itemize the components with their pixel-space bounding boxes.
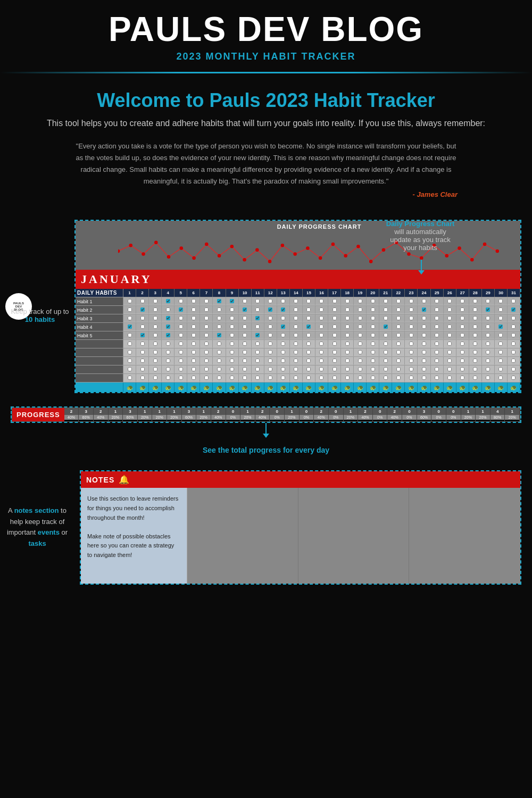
habit-3-day-2[interactable] [136, 314, 149, 322]
empty-habit-3-day-8[interactable] [213, 357, 226, 365]
checkbox-empty-5-day-28[interactable] [473, 376, 477, 380]
empty-habit-4-day-5[interactable] [174, 365, 187, 373]
checkbox-habit-2-day-18[interactable] [345, 307, 350, 312]
habit-2-day-10[interactable] [239, 306, 252, 314]
habit-2-day-11[interactable] [252, 306, 264, 314]
empty-habit-4-day-26[interactable] [444, 365, 456, 373]
checkbox-empty-5-day-30[interactable] [498, 376, 503, 380]
checkbox-empty-4-day-30[interactable] [498, 367, 503, 371]
empty-habit-5-day-22[interactable] [392, 374, 405, 382]
checkbox-empty-2-day-4[interactable] [166, 350, 170, 354]
empty-habit-5-day-9[interactable] [226, 374, 239, 382]
checkbox-habit-5-day-24[interactable] [422, 333, 426, 337]
empty-habit-3-day-5[interactable] [174, 357, 187, 365]
habit-2-day-15[interactable] [303, 306, 315, 314]
checkbox-empty-3-day-26[interactable] [447, 359, 452, 363]
checkbox-empty-1-day-16[interactable] [319, 342, 323, 346]
empty-habit-4-day-9[interactable] [226, 365, 239, 373]
checkbox-habit-4-day-13[interactable] [281, 325, 285, 329]
checkbox-habit-3-day-11[interactable] [255, 316, 260, 320]
checkbox-empty-2-day-19[interactable] [358, 350, 362, 354]
checkbox-empty-5-day-25[interactable] [435, 376, 439, 380]
checkbox-empty-5-day-15[interactable] [306, 376, 311, 380]
checkbox-empty-2-day-16[interactable] [319, 350, 323, 354]
empty-habit-3-day-18[interactable] [341, 357, 354, 365]
checkbox-habit-5-day-4[interactable] [166, 333, 170, 337]
checkbox-empty-1-day-23[interactable] [409, 342, 413, 346]
checkbox-habit-4-day-8[interactable] [217, 325, 221, 329]
checkbox-empty-2-day-2[interactable] [140, 350, 145, 354]
checkbox-empty-2-day-5[interactable] [179, 350, 183, 354]
empty-habit-4-day-24[interactable] [418, 365, 430, 373]
empty-habit-5-day-31[interactable] [508, 374, 520, 382]
empty-habit-4-day-1[interactable] [123, 365, 136, 373]
empty-habit-5-day-21[interactable] [379, 374, 392, 382]
checkbox-habit-2-day-11[interactable] [255, 307, 260, 312]
habit-4-day-21[interactable] [379, 323, 392, 331]
checkbox-habit-1-day-10[interactable] [243, 299, 247, 303]
checkbox-empty-2-day-28[interactable] [473, 350, 477, 354]
habit-4-day-20[interactable] [367, 323, 379, 331]
checkbox-habit-1-day-19[interactable] [358, 299, 362, 303]
checkbox-habit-5-day-15[interactable] [306, 333, 311, 337]
habit-4-day-4[interactable] [162, 323, 174, 331]
checkbox-empty-5-day-11[interactable] [255, 376, 260, 380]
checkbox-empty-1-day-31[interactable] [511, 342, 516, 346]
empty-habit-3-day-15[interactable] [303, 357, 315, 365]
checkbox-habit-3-day-24[interactable] [422, 316, 426, 320]
checkbox-empty-4-day-12[interactable] [268, 367, 272, 371]
habit-3-day-21[interactable] [379, 314, 392, 322]
checkbox-empty-4-day-18[interactable] [345, 367, 350, 371]
habit-5-day-16[interactable] [315, 331, 328, 339]
checkbox-empty-4-day-8[interactable] [217, 367, 221, 371]
empty-habit-4-day-20[interactable] [367, 365, 379, 373]
empty-habit-4-day-29[interactable] [482, 365, 495, 373]
empty-habit-2-day-25[interactable] [431, 348, 444, 356]
checkbox-habit-3-day-26[interactable] [447, 316, 452, 320]
habit-4-day-22[interactable] [392, 323, 405, 331]
habit-3-day-17[interactable] [328, 314, 341, 322]
checkbox-habit-4-day-31[interactable] [511, 325, 516, 329]
empty-habit-4-day-10[interactable] [239, 365, 252, 373]
checkbox-habit-3-day-5[interactable] [179, 316, 183, 320]
habit-2-day-8[interactable] [213, 306, 226, 314]
checkbox-empty-3-day-23[interactable] [409, 359, 413, 363]
habit-5-day-25[interactable] [431, 331, 444, 339]
habit-4-day-30[interactable] [495, 323, 508, 331]
checkbox-empty-3-day-18[interactable] [345, 359, 350, 363]
checkbox-habit-1-day-23[interactable] [409, 299, 413, 303]
empty-habit-4-day-16[interactable] [315, 365, 328, 373]
empty-habit-2-day-29[interactable] [482, 348, 495, 356]
empty-habit-5-day-28[interactable] [469, 374, 482, 382]
checkbox-empty-2-day-9[interactable] [230, 350, 234, 354]
checkbox-empty-1-day-24[interactable] [422, 342, 426, 346]
habit-2-day-23[interactable] [405, 306, 418, 314]
empty-habit-2-day-14[interactable] [290, 348, 303, 356]
checkbox-habit-3-day-12[interactable] [268, 316, 272, 320]
habit-1-day-30[interactable] [495, 297, 508, 305]
habit-1-day-2[interactable] [136, 297, 149, 305]
checkbox-empty-5-day-20[interactable] [371, 376, 375, 380]
checkbox-empty-3-day-24[interactable] [422, 359, 426, 363]
checkbox-habit-2-day-20[interactable] [371, 307, 375, 312]
checkbox-habit-5-day-11[interactable] [255, 333, 260, 337]
checkbox-habit-1-day-7[interactable] [204, 299, 209, 303]
habit-1-day-18[interactable] [341, 297, 354, 305]
empty-habit-4-day-2[interactable] [136, 365, 149, 373]
empty-habit-3-day-26[interactable] [444, 357, 456, 365]
checkbox-habit-1-day-27[interactable] [460, 299, 464, 303]
checkbox-habit-2-day-7[interactable] [204, 307, 209, 312]
empty-habit-1-day-28[interactable] [469, 340, 482, 348]
checkbox-habit-4-day-15[interactable] [306, 325, 311, 329]
checkbox-habit-1-day-17[interactable] [332, 299, 337, 303]
checkbox-empty-1-day-6[interactable] [192, 342, 196, 346]
checkbox-empty-3-day-25[interactable] [435, 359, 439, 363]
checkbox-empty-4-day-15[interactable] [306, 367, 311, 371]
checkbox-habit-5-day-27[interactable] [460, 333, 464, 337]
habit-4-day-11[interactable] [252, 323, 264, 331]
empty-habit-2-day-31[interactable] [508, 348, 520, 356]
empty-habit-3-day-30[interactable] [495, 357, 508, 365]
habit-1-day-11[interactable] [252, 297, 264, 305]
empty-habit-3-day-29[interactable] [482, 357, 495, 365]
empty-habit-3-day-11[interactable] [252, 357, 264, 365]
